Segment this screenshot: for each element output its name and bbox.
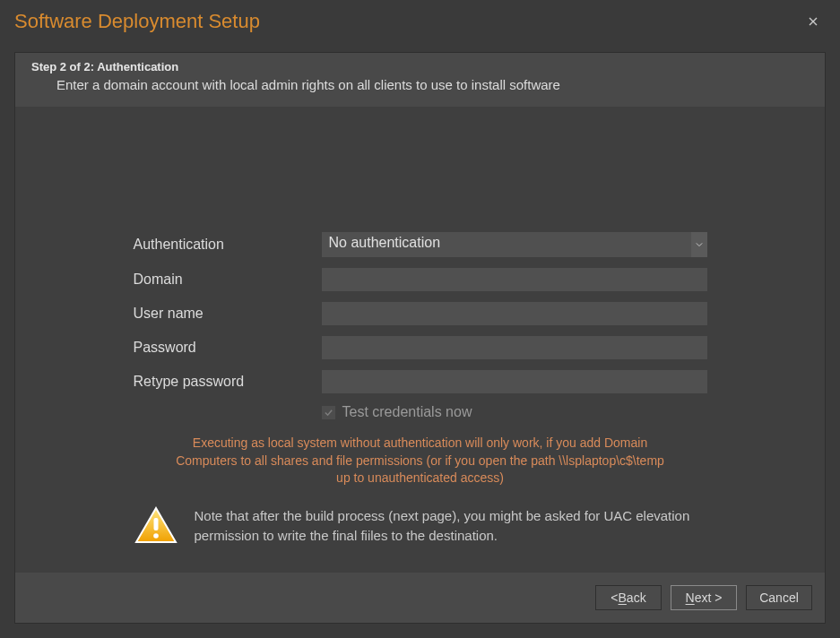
close-icon	[809, 14, 818, 29]
checkmark-icon	[324, 408, 333, 418]
row-password: Password	[134, 336, 707, 359]
test-credentials-label: Test credentials now	[342, 404, 472, 420]
warning-icon	[134, 505, 178, 547]
test-credentials-checkbox[interactable]	[322, 406, 335, 419]
svg-rect-0	[153, 518, 158, 530]
form-area: Authentication No authentication Domain	[15, 107, 825, 573]
note-text: Note that after the build process (next …	[195, 506, 707, 546]
auth-form: Authentication No authentication Domain	[134, 232, 707, 547]
cancel-button[interactable]: Cancel	[746, 585, 812, 610]
step-header: Step 2 of 2: Authentication Enter a doma…	[15, 53, 825, 101]
retype-password-input[interactable]	[322, 370, 707, 393]
close-button[interactable]	[801, 9, 826, 34]
next-button[interactable]: Next >	[671, 585, 737, 610]
row-username: User name	[134, 302, 707, 325]
domain-input[interactable]	[322, 268, 707, 291]
back-button[interactable]: < Back	[595, 585, 662, 610]
username-input[interactable]	[322, 302, 707, 325]
window: Software Deployment Setup Step 2 of 2: A…	[0, 0, 840, 638]
auth-dropdown-value: No authentication	[329, 235, 441, 251]
wizard-panel: Step 2 of 2: Authentication Enter a doma…	[14, 52, 826, 624]
warning-text: Executing as local system without authen…	[169, 435, 671, 487]
password-input[interactable]	[322, 336, 707, 359]
window-title: Software Deployment Setup	[14, 10, 801, 33]
step-title: Step 2 of 2: Authentication	[31, 60, 809, 73]
titlebar: Software Deployment Setup	[0, 0, 840, 43]
step-description: Enter a domain account with local admin …	[31, 77, 809, 92]
row-domain: Domain	[134, 268, 707, 291]
row-retype-password: Retype password	[134, 370, 707, 393]
domain-label: Domain	[134, 272, 322, 288]
row-test-credentials: Test credentials now	[322, 404, 707, 420]
username-label: User name	[134, 306, 322, 322]
auth-dropdown[interactable]: No authentication	[322, 232, 707, 257]
note-row: Note that after the build process (next …	[134, 505, 707, 547]
row-authentication: Authentication No authentication	[134, 232, 707, 257]
svg-point-1	[153, 533, 159, 539]
dropdown-arrow-icon	[691, 232, 707, 257]
auth-label: Authentication	[134, 237, 322, 253]
retype-password-label: Retype password	[134, 374, 322, 390]
password-label: Password	[134, 340, 322, 356]
wizard-footer: < Back Next > Cancel	[15, 573, 825, 623]
